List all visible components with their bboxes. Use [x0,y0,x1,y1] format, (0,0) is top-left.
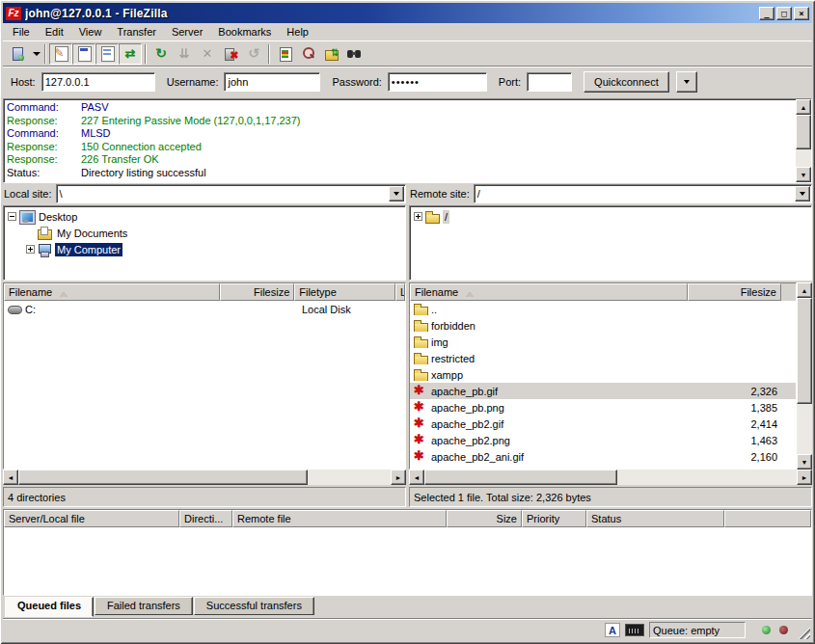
column-header-filename[interactable]: Filename [410,283,688,301]
host-input[interactable] [41,72,155,92]
menu-file[interactable]: File [5,24,38,40]
tree-item-my-documents[interactable]: My Documents [4,225,405,241]
tab-successful-transfers[interactable]: Successful transfers [194,597,314,615]
toggle-local-tree-button[interactable] [72,43,95,65]
scroll-left-icon[interactable]: ◄ [409,470,424,485]
disconnect-icon [223,45,239,62]
column-header-filetype[interactable]: Filetype [294,283,395,301]
log-scrollbar[interactable]: ▲ ▼ [796,99,811,182]
toggle-message-log-button[interactable] [49,43,72,65]
file-row-apache-pb2-gif[interactable]: apache_pb2.gif2,414 [410,416,796,432]
port-input[interactable] [527,72,572,92]
title-bar[interactable]: Fz john@127.0.0.1 - FileZilla _ □ × [3,3,812,23]
file-row-item[interactable]: .. [410,301,796,317]
site-manager-dropdown-button[interactable] [29,43,41,65]
scroll-thumb[interactable] [797,298,812,404]
column-header-filesize[interactable]: Filesize [688,283,781,301]
site-manager-button[interactable] [6,43,29,65]
menu-bookmarks[interactable]: Bookmarks [210,24,279,40]
local-site-value: \ [57,188,388,200]
minimize-button[interactable]: _ [759,7,774,20]
scroll-left-icon[interactable]: ◄ [3,470,18,485]
scroll-track[interactable] [797,404,812,454]
menu-server[interactable]: Server [164,24,210,40]
file-row-apache-pb2-ani-gif[interactable]: apache_pb2_ani.gif2,160 [410,448,796,465]
scroll-track[interactable] [617,470,797,485]
quickconnect-dropdown-button[interactable] [676,71,697,93]
column-header-size[interactable]: Size [447,510,522,527]
scroll-right-icon[interactable]: ► [391,470,406,485]
expand-plus-icon[interactable] [26,245,35,254]
collapse-minus-icon[interactable] [8,212,16,221]
log-line: Command:PASV [7,101,796,115]
find-files-button[interactable] [342,43,366,65]
file-row-apache-pb-png[interactable]: apache_pb.png1,385 [410,399,796,416]
column-header-filesize[interactable]: Filesize [220,283,294,301]
column-header-status[interactable]: Status [586,510,724,527]
tree-item-desktop[interactable]: Desktop [4,208,405,225]
file-row-img[interactable]: img [410,334,796,350]
remote-vscrollbar[interactable]: ▲ ▼ [797,282,812,470]
scroll-track[interactable] [796,149,811,167]
scroll-track[interactable] [308,470,391,485]
close-button[interactable]: × [794,7,809,20]
tree-item-my-computer[interactable]: My Computer [4,241,405,257]
activity-led-red-icon [779,626,788,634]
reconnect-icon [246,45,262,62]
scroll-thumb[interactable] [424,470,617,485]
reconnect-button[interactable] [242,43,265,65]
menu-help[interactable]: Help [279,24,316,40]
quickconnect-button[interactable]: Quickconnect [584,71,669,93]
scroll-right-icon[interactable]: ► [797,470,812,485]
file-name: apache_pb.png [431,402,504,414]
scroll-up-icon[interactable]: ▲ [797,282,812,298]
tree-item-item[interactable]: / [410,208,811,225]
column-header-directi[interactable]: Directi... [179,510,232,527]
scroll-down-icon[interactable]: ▼ [797,454,812,470]
column-header-server-local-file[interactable]: Server/Local file [4,510,179,527]
process-queue-button[interactable] [173,43,196,65]
resize-grip[interactable] [797,626,810,639]
local-site-dropdown-button[interactable] [389,186,404,201]
username-input[interactable] [224,72,320,92]
file-row-xampp[interactable]: xampp [410,366,796,383]
scroll-up-icon[interactable]: ▲ [796,99,811,115]
column-header-priority[interactable]: Priority [522,510,586,527]
column-header-l[interactable]: L [395,283,405,301]
refresh-button[interactable] [149,43,173,65]
file-row-restricted[interactable]: restricted [410,350,796,366]
toggle-transfer-queue-button[interactable] [119,43,142,65]
remote-hscrollbar[interactable]: ◄ ► [409,470,812,485]
scroll-down-icon[interactable]: ▼ [796,167,811,182]
cancel-operation-button[interactable] [196,43,219,65]
file-row-forbidden[interactable]: forbidden [410,317,796,334]
scroll-thumb[interactable] [18,470,308,485]
file-type-cell: Local Disk [298,304,400,315]
remote-site-combo[interactable]: / [474,184,812,203]
toggle-remote-tree-button[interactable] [95,43,119,65]
disconnect-button[interactable] [219,43,242,65]
column-header-remote-file[interactable]: Remote file [232,510,447,527]
expand-plus-icon[interactable] [414,212,422,221]
menu-edit[interactable]: Edit [38,24,71,40]
maximize-button[interactable]: □ [776,7,792,20]
filename-filters-button[interactable] [273,43,296,65]
column-header-filename[interactable]: Filename [4,283,220,301]
directory-comparison-button[interactable] [296,43,319,65]
file-row-apache-pb2-png[interactable]: apache_pb2.png1,463 [410,432,796,448]
window-title: john@127.0.0.1 - FileZilla [25,7,757,20]
column-header-label: L [400,286,405,298]
tab-failed-transfers[interactable]: Failed transfers [95,597,193,615]
remote-site-dropdown-button[interactable] [795,186,810,201]
password-input[interactable] [388,72,487,92]
column-header-item[interactable] [724,510,811,527]
menu-transfer[interactable]: Transfer [109,24,164,40]
file-row-apache-pb-gif[interactable]: apache_pb.gif2,326 [410,383,796,399]
local-hscrollbar[interactable]: ◄ ► [3,470,406,485]
tab-queued-files[interactable]: Queued files [5,597,94,617]
synchronized-browsing-button[interactable] [319,43,342,65]
menu-view[interactable]: View [71,24,110,40]
local-site-combo[interactable]: \ [56,184,406,203]
file-row[interactable]: C:Local Disk [4,301,405,317]
scroll-thumb[interactable] [796,115,811,149]
